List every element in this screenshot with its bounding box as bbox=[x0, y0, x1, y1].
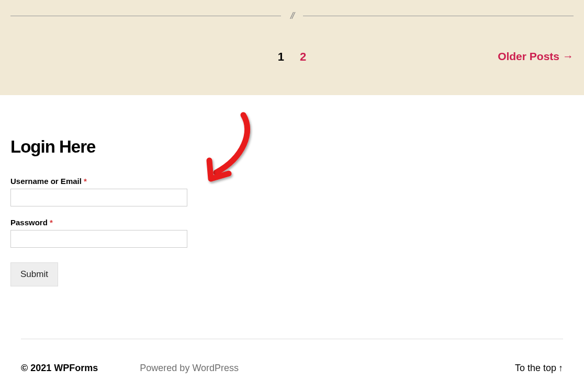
top-section: // 1 2 Older Posts → bbox=[0, 0, 584, 95]
to-top-label: To the top bbox=[515, 363, 556, 374]
login-heading: Login Here bbox=[10, 137, 574, 157]
password-input[interactable] bbox=[10, 230, 187, 248]
older-posts-label: Older Posts bbox=[498, 50, 559, 63]
username-input[interactable] bbox=[10, 189, 187, 206]
required-mark: * bbox=[84, 177, 87, 186]
page-link-2[interactable]: 2 bbox=[300, 50, 306, 64]
copyright-text: © 2021 WPForms bbox=[21, 363, 98, 374]
arrow-right-icon: → bbox=[563, 50, 574, 63]
footer-left: © 2021 WPForms Powered by WordPress bbox=[21, 363, 239, 374]
arrow-up-icon: ↑ bbox=[558, 363, 563, 374]
username-label: Username or Email * bbox=[10, 177, 574, 186]
powered-by-link[interactable]: Powered by WordPress bbox=[140, 363, 239, 374]
older-posts-link[interactable]: Older Posts → bbox=[498, 50, 574, 63]
password-label-text: Password bbox=[10, 218, 48, 227]
pagination: 1 2 Older Posts → bbox=[10, 50, 574, 64]
divider-row: // bbox=[10, 10, 574, 50]
content-section: Login Here Username or Email * Password … bbox=[0, 95, 584, 392]
to-top-link[interactable]: To the top ↑ bbox=[515, 363, 563, 374]
submit-button[interactable]: Submit bbox=[10, 262, 58, 286]
footer-section: © 2021 WPForms Powered by WordPress To t… bbox=[21, 339, 563, 379]
divider-slashes-icon: // bbox=[290, 10, 294, 21]
required-mark: * bbox=[50, 218, 53, 227]
username-label-text: Username or Email bbox=[10, 177, 82, 186]
divider-line-left bbox=[10, 16, 281, 16]
password-group: Password * bbox=[10, 218, 574, 248]
page-current: 1 bbox=[278, 50, 284, 64]
divider-line-right bbox=[303, 16, 574, 16]
password-label: Password * bbox=[10, 218, 574, 227]
username-group: Username or Email * bbox=[10, 177, 574, 206]
